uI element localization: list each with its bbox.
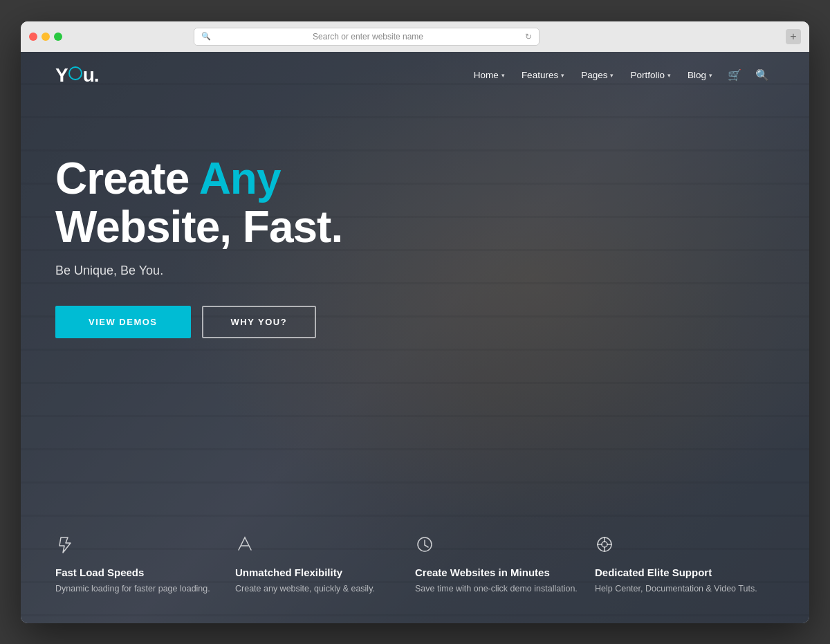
new-tab-button[interactable]: + bbox=[786, 29, 801, 44]
nav-link-portfolio[interactable]: Portfolio ▾ bbox=[623, 66, 678, 84]
nav-item-home[interactable]: Home ▾ bbox=[467, 66, 512, 84]
nav-link-features-label: Features bbox=[522, 70, 558, 80]
cart-icon[interactable]: 🛒 bbox=[722, 65, 747, 85]
logo[interactable]: Yu. bbox=[55, 64, 99, 86]
nav-item-pages[interactable]: Pages ▾ bbox=[574, 66, 620, 84]
nav-links: Home ▾ Features ▾ Pages ▾ bbox=[467, 66, 775, 84]
chevron-down-icon: ▾ bbox=[709, 72, 712, 79]
nav-link-pages[interactable]: Pages ▾ bbox=[574, 66, 620, 84]
hero-content: Create Any Website, Fast. Be Unique, Be … bbox=[21, 99, 436, 367]
nav-item-search[interactable]: 🔍 bbox=[750, 68, 775, 82]
lightning-icon bbox=[55, 535, 221, 558]
nav-link-portfolio-label: Portfolio bbox=[630, 70, 665, 80]
traffic-lights bbox=[29, 33, 62, 41]
website-content: Yu. Home ▾ Features ▾ bbox=[21, 52, 809, 623]
browser-window: 🔍 Search or enter website name ↻ + Yu. H… bbox=[21, 21, 809, 623]
hero-title: Create Any Website, Fast. bbox=[55, 154, 401, 252]
svg-point-2 bbox=[602, 542, 607, 547]
nav-link-features[interactable]: Features ▾ bbox=[515, 66, 571, 84]
close-button[interactable] bbox=[29, 33, 37, 41]
feature-item-support: Dedicated Elite Support Help Center, Doc… bbox=[595, 535, 775, 596]
feature-item-speed2: Create Websites in Minutes Save time wit… bbox=[415, 535, 595, 596]
feature-title-flexibility: Unmatched Flexibility bbox=[235, 567, 401, 578]
nav-item-portfolio[interactable]: Portfolio ▾ bbox=[623, 66, 678, 84]
address-bar-text: Search or enter website name bbox=[215, 32, 521, 42]
chevron-down-icon: ▾ bbox=[561, 72, 564, 79]
logo-text: Yu. bbox=[55, 64, 99, 86]
features-strip: Fast Load Speeds Dynamic loading for fas… bbox=[21, 507, 809, 623]
feature-item-speed: Fast Load Speeds Dynamic loading for fas… bbox=[55, 535, 235, 596]
feature-item-flexibility: Unmatched Flexibility Create any website… bbox=[235, 535, 415, 596]
search-icon: 🔍 bbox=[201, 32, 211, 41]
feature-desc-support: Help Center, Documentation & Video Tuts. bbox=[595, 582, 761, 596]
nav-item-cart[interactable]: 🛒 bbox=[722, 68, 747, 82]
hero-subtitle: Be Unique, Be You. bbox=[55, 264, 401, 278]
view-demos-button[interactable]: VIEW DEMOS bbox=[55, 306, 191, 338]
feature-title-minutes: Create Websites in Minutes bbox=[415, 567, 581, 578]
support-icon bbox=[595, 535, 761, 558]
nav-link-home[interactable]: Home ▾ bbox=[467, 66, 512, 84]
why-you-button[interactable]: WHY YOU? bbox=[202, 306, 317, 338]
feature-title-speed: Fast Load Speeds bbox=[55, 567, 221, 578]
feature-desc-speed: Dynamic loading for faster page loading. bbox=[55, 582, 221, 596]
chevron-down-icon: ▾ bbox=[610, 72, 614, 79]
hero-buttons: VIEW DEMOS WHY YOU? bbox=[55, 306, 401, 338]
nav-link-pages-label: Pages bbox=[581, 70, 607, 80]
feature-desc-flexibility: Create any website, quickly & easily. bbox=[235, 582, 401, 596]
nav-link-blog-label: Blog bbox=[688, 70, 706, 80]
minimize-button[interactable] bbox=[42, 33, 50, 41]
clock-icon bbox=[415, 535, 581, 558]
hero-title-line2: Website, Fast. bbox=[55, 202, 342, 252]
address-bar[interactable]: 🔍 Search or enter website name ↻ bbox=[194, 28, 540, 46]
feature-desc-minutes: Save time with one-click demo installati… bbox=[415, 582, 581, 596]
feature-title-support: Dedicated Elite Support bbox=[595, 567, 761, 578]
chevron-down-icon: ▾ bbox=[501, 72, 505, 79]
font-icon bbox=[235, 535, 401, 558]
maximize-button[interactable] bbox=[54, 33, 62, 41]
nav-item-blog[interactable]: Blog ▾ bbox=[681, 66, 719, 84]
nav-link-home-label: Home bbox=[474, 70, 499, 80]
nav-link-blog[interactable]: Blog ▾ bbox=[681, 66, 719, 84]
browser-chrome: 🔍 Search or enter website name ↻ + bbox=[21, 21, 809, 52]
search-icon[interactable]: 🔍 bbox=[750, 65, 775, 85]
logo-o bbox=[68, 66, 82, 80]
main-nav: Yu. Home ▾ Features ▾ bbox=[21, 52, 809, 99]
chevron-down-icon: ▾ bbox=[667, 72, 671, 79]
refresh-icon[interactable]: ↻ bbox=[525, 32, 532, 42]
hero-title-highlight: Any bbox=[199, 154, 281, 203]
hero-section: Yu. Home ▾ Features ▾ bbox=[21, 52, 809, 623]
hero-title-line1: Create Any bbox=[55, 154, 281, 203]
logo-dot: . bbox=[94, 64, 99, 86]
nav-item-features[interactable]: Features ▾ bbox=[515, 66, 571, 84]
